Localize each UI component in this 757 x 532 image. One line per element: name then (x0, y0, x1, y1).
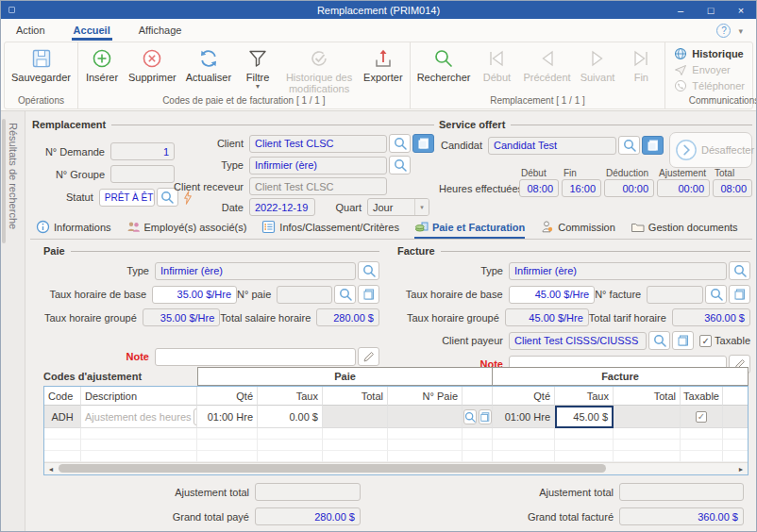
fin-field[interactable]: 16:00 (562, 179, 601, 197)
cell-paie-qte[interactable]: 01:00 Hre (197, 406, 258, 428)
close-button[interactable]: × (726, 1, 756, 19)
cell-facture-qte[interactable]: 01:00 Hre (493, 406, 555, 428)
menu-tab-accueil[interactable]: Accueil (72, 22, 112, 41)
maximize-button[interactable]: □ (696, 1, 726, 19)
scrollbar-thumb[interactable] (59, 464, 606, 473)
col-no-paie[interactable]: N° Paie (388, 387, 463, 406)
total-field[interactable]: 08:00 (713, 179, 752, 197)
no-facture-search-button[interactable] (705, 285, 727, 304)
cell-taxable[interactable]: ✓ (681, 406, 723, 428)
client-payeur-search-button[interactable] (648, 331, 670, 350)
facture-taux-groupe-field[interactable]: 45.00 $/Hre (505, 308, 589, 326)
table-data-row[interactable]: ADH Ajustement des heures 01:00 Hre 0.00… (44, 406, 748, 428)
next-button[interactable]: Suivant (576, 43, 620, 95)
no-facture-open-button[interactable] (729, 285, 750, 304)
col-paie-qte[interactable]: Qté (197, 387, 258, 406)
send-button[interactable]: Envoyer (674, 63, 745, 76)
delete-button[interactable]: Supprimer (124, 43, 181, 95)
paie-taux-base-field[interactable]: 35.00 $/Hre (152, 286, 237, 304)
scroll-left-icon[interactable]: ◄ (44, 466, 58, 473)
insert-button[interactable]: Insérer (80, 43, 124, 95)
cell-facture-total[interactable] (614, 406, 681, 428)
debut-field[interactable]: 08:00 (519, 179, 559, 197)
minimize-button[interactable]: – (665, 1, 696, 19)
search-button[interactable]: Rechercher (412, 43, 476, 95)
client-payeur-open-button[interactable] (672, 331, 694, 350)
scroll-right-icon[interactable]: ► (734, 466, 748, 473)
col-paie-total[interactable]: Total (323, 387, 388, 406)
client-field[interactable]: Client Test CLSC (249, 135, 387, 153)
client-payeur-field[interactable]: Client Test CISSS/CIUSSS (509, 332, 647, 350)
taxable-row-checkbox[interactable]: ✓ (696, 411, 707, 423)
help-icon[interactable]: ? (716, 24, 731, 38)
paie-type-field[interactable]: Infirmier (ère) (155, 262, 356, 280)
col-facture-qte[interactable]: Qté (493, 387, 555, 406)
taxable-checkbox[interactable]: ✓ (699, 335, 712, 347)
row-open-button[interactable] (479, 409, 492, 424)
col-facture-taux[interactable]: Taux (555, 387, 614, 406)
save-button[interactable]: Sauvegarder (7, 43, 76, 95)
statut-field[interactable]: PRÊT À ÊTRE TR (99, 189, 155, 207)
paie-taux-groupe-field[interactable]: 35.00 $/Hre (143, 308, 221, 326)
tab-informations[interactable]: Informations (36, 220, 111, 239)
client-search-button[interactable] (389, 134, 411, 153)
panel-handle[interactable] (2, 119, 6, 243)
paie-ajustement-total-field[interactable] (255, 483, 361, 501)
filter-button[interactable]: Filtre ▾ (236, 43, 279, 95)
no-paie-field[interactable] (277, 286, 332, 304)
client-open-button[interactable] (412, 134, 434, 153)
facture-taux-base-field[interactable]: 45.00 $/Hre (509, 286, 596, 304)
candidat-search-button[interactable] (618, 136, 640, 155)
grand-total-facture-field[interactable]: 360.00 $ (619, 507, 744, 525)
deduction-field[interactable]: 00:00 (604, 179, 654, 197)
no-groupe-field[interactable] (110, 165, 175, 183)
menu-tab-action[interactable]: Action (14, 22, 47, 41)
tab-employes-associes[interactable]: Employé(s) associé(s) (126, 220, 247, 239)
tab-infos-classement-criteres[interactable]: Infos/Classement/Critères (261, 220, 399, 239)
cell-no-paie[interactable] (388, 406, 463, 428)
cell-paie-total[interactable] (323, 406, 388, 428)
type-field[interactable]: Infirmier (ère) (249, 157, 387, 175)
first-button[interactable]: Début (475, 43, 518, 95)
paie-type-search-button[interactable] (358, 261, 379, 280)
export-button[interactable]: Exporter (359, 43, 408, 95)
facture-type-search-button[interactable] (729, 261, 750, 280)
no-facture-field[interactable] (647, 286, 703, 304)
candidat-field[interactable]: Candidat Test (488, 137, 616, 155)
facture-type-field[interactable]: Infirmier (ère) (509, 262, 727, 280)
menu-tab-affichage[interactable]: Affichage (137, 22, 184, 41)
type-search-button[interactable] (389, 156, 411, 175)
collapse-ribbon-icon[interactable]: ▾ (738, 26, 743, 36)
paie-note-field[interactable] (155, 348, 356, 366)
history-button[interactable]: Historique (674, 47, 745, 60)
no-demande-field[interactable]: 1 (110, 142, 175, 160)
row-search-button[interactable] (463, 409, 477, 424)
col-description[interactable]: Description (81, 387, 197, 406)
ajustement-field[interactable]: 00:00 (657, 179, 710, 197)
candidat-open-button[interactable] (642, 136, 664, 155)
previous-button[interactable]: Précédent (518, 43, 575, 95)
total-tarif-field[interactable]: 360.00 $ (672, 308, 750, 326)
cell-facture-taux-selected[interactable]: 45.00 $ (555, 406, 614, 428)
cell-paie-taux[interactable]: 0.00 $ (258, 406, 323, 428)
no-paie-search-button[interactable] (334, 285, 356, 304)
tab-paie-et-facturation[interactable]: Paie et Facturation (414, 220, 525, 239)
tab-gestion-documents[interactable]: Gestion documents (631, 220, 738, 239)
cell-code[interactable]: ADH (44, 406, 81, 428)
col-paie-taux[interactable]: Taux (258, 387, 323, 406)
horizontal-scrollbar[interactable]: ◄ ► (44, 462, 748, 474)
grand-total-paye-field[interactable]: 280.00 $ (255, 507, 361, 525)
paie-note-edit-button[interactable] (358, 347, 379, 366)
phone-button[interactable]: Téléphoner (674, 79, 745, 92)
client-receveur-field[interactable]: Client Test CLSC (249, 177, 387, 195)
col-taxable[interactable]: Taxable (681, 387, 723, 406)
cell-description[interactable]: Ajustement des heures (81, 406, 197, 428)
desaffecter-button[interactable]: Désaffecter (669, 132, 752, 168)
date-field[interactable]: 2022-12-19 (249, 198, 315, 216)
col-facture-total[interactable]: Total (614, 387, 681, 406)
search-results-tab[interactable]: Résultats de recherche (8, 123, 19, 229)
total-salaire-field[interactable]: 280.00 $ (316, 308, 379, 326)
last-button[interactable]: Fin (619, 43, 663, 95)
tab-commission[interactable]: Commission (540, 220, 615, 239)
no-paie-open-button[interactable] (358, 285, 379, 304)
